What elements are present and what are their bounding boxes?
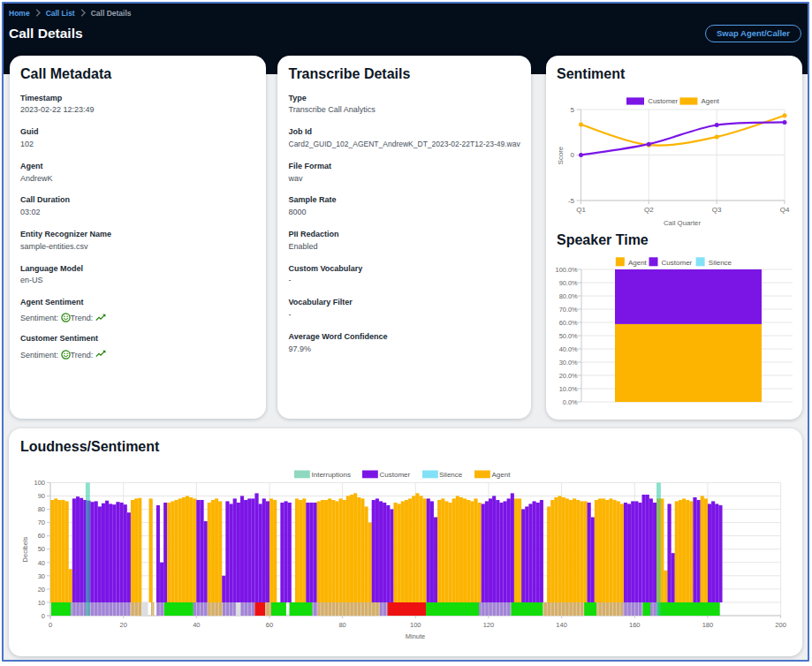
svg-text:Agent: Agent bbox=[492, 471, 512, 479]
svg-text:Score: Score bbox=[557, 147, 565, 164]
svg-text:Decibels: Decibels bbox=[21, 536, 29, 562]
svg-text:Q3: Q3 bbox=[712, 206, 722, 214]
svg-text:20: 20 bbox=[38, 586, 45, 594]
svg-text:60: 60 bbox=[38, 532, 45, 540]
svg-text:-5: -5 bbox=[568, 197, 575, 205]
svg-text:40: 40 bbox=[193, 621, 200, 629]
svg-text:200: 200 bbox=[775, 621, 786, 629]
svg-text:100: 100 bbox=[34, 479, 45, 487]
svg-text:180: 180 bbox=[702, 621, 714, 629]
svg-text:30: 30 bbox=[38, 572, 45, 580]
svg-text:100: 100 bbox=[410, 621, 421, 629]
svg-text:80: 80 bbox=[38, 505, 45, 513]
svg-text:Minute: Minute bbox=[406, 632, 426, 640]
svg-text:160: 160 bbox=[629, 621, 641, 629]
svg-text:60: 60 bbox=[266, 621, 273, 629]
svg-text:Interruptions: Interruptions bbox=[312, 471, 351, 479]
svg-text:80: 80 bbox=[338, 621, 345, 629]
svg-text:0: 0 bbox=[571, 151, 575, 159]
svg-text:20.0%: 20.0% bbox=[559, 372, 578, 380]
svg-text:40.0%: 40.0% bbox=[559, 345, 578, 353]
svg-text:5: 5 bbox=[571, 106, 575, 114]
svg-text:60.0%: 60.0% bbox=[559, 319, 578, 327]
svg-text:40: 40 bbox=[38, 559, 45, 567]
svg-text:100.0%: 100.0% bbox=[556, 266, 578, 274]
svg-text:Customer: Customer bbox=[648, 97, 678, 105]
svg-text:0: 0 bbox=[49, 621, 52, 629]
svg-text:Agent: Agent bbox=[628, 259, 648, 267]
svg-text:Customer: Customer bbox=[662, 259, 693, 267]
svg-text:Silence: Silence bbox=[439, 471, 463, 479]
svg-text:Agent: Agent bbox=[702, 97, 720, 105]
svg-text:80.0%: 80.0% bbox=[559, 292, 578, 300]
svg-text:Call Quarter: Call Quarter bbox=[664, 219, 701, 227]
svg-text:70: 70 bbox=[38, 518, 45, 526]
svg-text:Q4: Q4 bbox=[780, 206, 790, 214]
svg-text:Q1: Q1 bbox=[576, 206, 586, 214]
svg-text:50: 50 bbox=[38, 545, 45, 553]
svg-text:Customer: Customer bbox=[380, 471, 411, 479]
svg-text:Silence: Silence bbox=[709, 259, 732, 267]
svg-text:10.0%: 10.0% bbox=[559, 385, 578, 393]
svg-text:140: 140 bbox=[556, 621, 567, 629]
svg-text:90.0%: 90.0% bbox=[559, 279, 578, 287]
svg-text:Q2: Q2 bbox=[644, 206, 654, 214]
svg-text:120: 120 bbox=[483, 621, 495, 629]
svg-text:0: 0 bbox=[42, 612, 45, 620]
svg-text:10: 10 bbox=[38, 599, 45, 607]
svg-text:50.0%: 50.0% bbox=[559, 332, 578, 340]
svg-text:70.0%: 70.0% bbox=[559, 306, 578, 314]
svg-text:0.0%: 0.0% bbox=[563, 398, 578, 406]
svg-text:30.0%: 30.0% bbox=[559, 359, 578, 367]
svg-text:20: 20 bbox=[119, 621, 126, 629]
svg-text:90: 90 bbox=[38, 492, 45, 500]
